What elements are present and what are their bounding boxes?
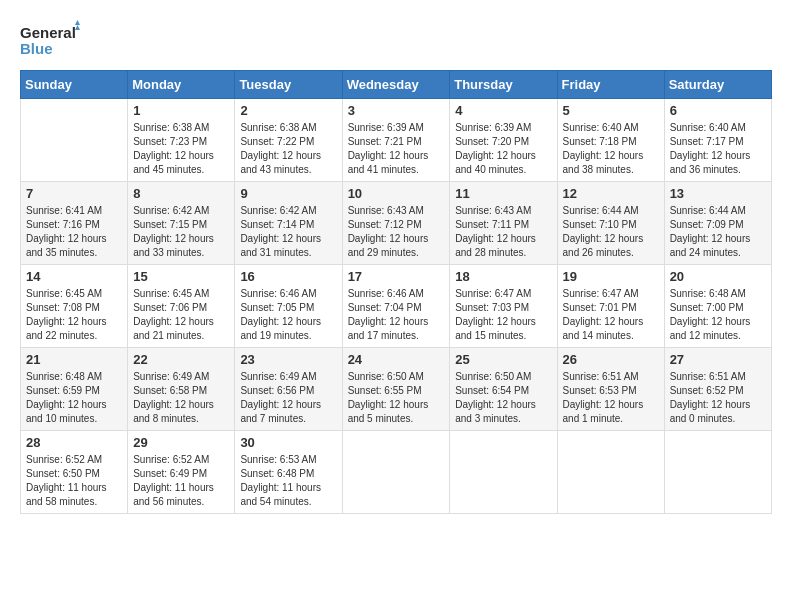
day-info: Sunrise: 6:42 AMSunset: 7:14 PMDaylight:… bbox=[240, 204, 336, 260]
day-number: 20 bbox=[670, 269, 766, 284]
day-info: Sunrise: 6:38 AMSunset: 7:23 PMDaylight:… bbox=[133, 121, 229, 177]
calendar-cell: 13 Sunrise: 6:44 AMSunset: 7:09 PMDaylig… bbox=[664, 182, 771, 265]
day-info: Sunrise: 6:49 AMSunset: 6:58 PMDaylight:… bbox=[133, 370, 229, 426]
calendar-cell bbox=[21, 99, 128, 182]
calendar-cell: 24 Sunrise: 6:50 AMSunset: 6:55 PMDaylig… bbox=[342, 348, 450, 431]
calendar-cell: 28 Sunrise: 6:52 AMSunset: 6:50 PMDaylig… bbox=[21, 431, 128, 514]
day-number: 13 bbox=[670, 186, 766, 201]
day-number: 25 bbox=[455, 352, 551, 367]
day-info: Sunrise: 6:50 AMSunset: 6:55 PMDaylight:… bbox=[348, 370, 445, 426]
column-header-sunday: Sunday bbox=[21, 71, 128, 99]
calendar-cell: 5 Sunrise: 6:40 AMSunset: 7:18 PMDayligh… bbox=[557, 99, 664, 182]
column-header-monday: Monday bbox=[128, 71, 235, 99]
calendar-cell: 29 Sunrise: 6:52 AMSunset: 6:49 PMDaylig… bbox=[128, 431, 235, 514]
day-info: Sunrise: 6:51 AMSunset: 6:52 PMDaylight:… bbox=[670, 370, 766, 426]
day-info: Sunrise: 6:48 AMSunset: 7:00 PMDaylight:… bbox=[670, 287, 766, 343]
calendar-week-3: 14 Sunrise: 6:45 AMSunset: 7:08 PMDaylig… bbox=[21, 265, 772, 348]
calendar-cell: 14 Sunrise: 6:45 AMSunset: 7:08 PMDaylig… bbox=[21, 265, 128, 348]
logo: General Blue bbox=[20, 20, 80, 60]
day-info: Sunrise: 6:51 AMSunset: 6:53 PMDaylight:… bbox=[563, 370, 659, 426]
day-info: Sunrise: 6:41 AMSunset: 7:16 PMDaylight:… bbox=[26, 204, 122, 260]
day-info: Sunrise: 6:50 AMSunset: 6:54 PMDaylight:… bbox=[455, 370, 551, 426]
column-header-thursday: Thursday bbox=[450, 71, 557, 99]
day-info: Sunrise: 6:39 AMSunset: 7:20 PMDaylight:… bbox=[455, 121, 551, 177]
day-info: Sunrise: 6:43 AMSunset: 7:11 PMDaylight:… bbox=[455, 204, 551, 260]
day-info: Sunrise: 6:47 AMSunset: 7:03 PMDaylight:… bbox=[455, 287, 551, 343]
day-number: 17 bbox=[348, 269, 445, 284]
day-number: 21 bbox=[26, 352, 122, 367]
calendar-cell bbox=[450, 431, 557, 514]
calendar-cell: 2 Sunrise: 6:38 AMSunset: 7:22 PMDayligh… bbox=[235, 99, 342, 182]
column-header-tuesday: Tuesday bbox=[235, 71, 342, 99]
calendar-cell: 6 Sunrise: 6:40 AMSunset: 7:17 PMDayligh… bbox=[664, 99, 771, 182]
calendar-cell: 23 Sunrise: 6:49 AMSunset: 6:56 PMDaylig… bbox=[235, 348, 342, 431]
day-info: Sunrise: 6:49 AMSunset: 6:56 PMDaylight:… bbox=[240, 370, 336, 426]
calendar-cell: 16 Sunrise: 6:46 AMSunset: 7:05 PMDaylig… bbox=[235, 265, 342, 348]
calendar-table: SundayMondayTuesdayWednesdayThursdayFrid… bbox=[20, 70, 772, 514]
day-number: 8 bbox=[133, 186, 229, 201]
calendar-week-5: 28 Sunrise: 6:52 AMSunset: 6:50 PMDaylig… bbox=[21, 431, 772, 514]
logo-svg: General Blue bbox=[20, 20, 80, 60]
day-number: 28 bbox=[26, 435, 122, 450]
calendar-cell: 21 Sunrise: 6:48 AMSunset: 6:59 PMDaylig… bbox=[21, 348, 128, 431]
calendar-cell: 18 Sunrise: 6:47 AMSunset: 7:03 PMDaylig… bbox=[450, 265, 557, 348]
day-number: 1 bbox=[133, 103, 229, 118]
day-info: Sunrise: 6:44 AMSunset: 7:09 PMDaylight:… bbox=[670, 204, 766, 260]
day-info: Sunrise: 6:52 AMSunset: 6:50 PMDaylight:… bbox=[26, 453, 122, 509]
calendar-cell: 11 Sunrise: 6:43 AMSunset: 7:11 PMDaylig… bbox=[450, 182, 557, 265]
calendar-cell bbox=[557, 431, 664, 514]
day-number: 19 bbox=[563, 269, 659, 284]
day-number: 27 bbox=[670, 352, 766, 367]
day-number: 23 bbox=[240, 352, 336, 367]
calendar-cell: 4 Sunrise: 6:39 AMSunset: 7:20 PMDayligh… bbox=[450, 99, 557, 182]
day-number: 15 bbox=[133, 269, 229, 284]
day-number: 4 bbox=[455, 103, 551, 118]
calendar-cell: 19 Sunrise: 6:47 AMSunset: 7:01 PMDaylig… bbox=[557, 265, 664, 348]
day-number: 6 bbox=[670, 103, 766, 118]
calendar-cell: 30 Sunrise: 6:53 AMSunset: 6:48 PMDaylig… bbox=[235, 431, 342, 514]
page-header: General Blue bbox=[20, 20, 772, 60]
calendar-cell: 12 Sunrise: 6:44 AMSunset: 7:10 PMDaylig… bbox=[557, 182, 664, 265]
svg-text:Blue: Blue bbox=[20, 40, 53, 57]
column-header-wednesday: Wednesday bbox=[342, 71, 450, 99]
calendar-cell: 8 Sunrise: 6:42 AMSunset: 7:15 PMDayligh… bbox=[128, 182, 235, 265]
day-number: 12 bbox=[563, 186, 659, 201]
day-info: Sunrise: 6:48 AMSunset: 6:59 PMDaylight:… bbox=[26, 370, 122, 426]
day-info: Sunrise: 6:46 AMSunset: 7:04 PMDaylight:… bbox=[348, 287, 445, 343]
svg-marker-2 bbox=[75, 20, 80, 25]
day-number: 10 bbox=[348, 186, 445, 201]
calendar-cell: 7 Sunrise: 6:41 AMSunset: 7:16 PMDayligh… bbox=[21, 182, 128, 265]
day-number: 2 bbox=[240, 103, 336, 118]
column-header-saturday: Saturday bbox=[664, 71, 771, 99]
day-number: 29 bbox=[133, 435, 229, 450]
day-info: Sunrise: 6:47 AMSunset: 7:01 PMDaylight:… bbox=[563, 287, 659, 343]
calendar-header-row: SundayMondayTuesdayWednesdayThursdayFrid… bbox=[21, 71, 772, 99]
day-number: 16 bbox=[240, 269, 336, 284]
calendar-cell: 22 Sunrise: 6:49 AMSunset: 6:58 PMDaylig… bbox=[128, 348, 235, 431]
day-info: Sunrise: 6:42 AMSunset: 7:15 PMDaylight:… bbox=[133, 204, 229, 260]
calendar-cell: 3 Sunrise: 6:39 AMSunset: 7:21 PMDayligh… bbox=[342, 99, 450, 182]
calendar-cell: 20 Sunrise: 6:48 AMSunset: 7:00 PMDaylig… bbox=[664, 265, 771, 348]
column-header-friday: Friday bbox=[557, 71, 664, 99]
day-number: 18 bbox=[455, 269, 551, 284]
calendar-cell: 10 Sunrise: 6:43 AMSunset: 7:12 PMDaylig… bbox=[342, 182, 450, 265]
calendar-week-2: 7 Sunrise: 6:41 AMSunset: 7:16 PMDayligh… bbox=[21, 182, 772, 265]
day-number: 9 bbox=[240, 186, 336, 201]
calendar-cell: 15 Sunrise: 6:45 AMSunset: 7:06 PMDaylig… bbox=[128, 265, 235, 348]
day-info: Sunrise: 6:46 AMSunset: 7:05 PMDaylight:… bbox=[240, 287, 336, 343]
calendar-cell bbox=[664, 431, 771, 514]
calendar-cell: 1 Sunrise: 6:38 AMSunset: 7:23 PMDayligh… bbox=[128, 99, 235, 182]
svg-text:General: General bbox=[20, 24, 76, 41]
day-number: 30 bbox=[240, 435, 336, 450]
calendar-cell bbox=[342, 431, 450, 514]
day-info: Sunrise: 6:43 AMSunset: 7:12 PMDaylight:… bbox=[348, 204, 445, 260]
day-info: Sunrise: 6:52 AMSunset: 6:49 PMDaylight:… bbox=[133, 453, 229, 509]
calendar-cell: 27 Sunrise: 6:51 AMSunset: 6:52 PMDaylig… bbox=[664, 348, 771, 431]
day-number: 22 bbox=[133, 352, 229, 367]
day-number: 3 bbox=[348, 103, 445, 118]
calendar-cell: 26 Sunrise: 6:51 AMSunset: 6:53 PMDaylig… bbox=[557, 348, 664, 431]
day-info: Sunrise: 6:39 AMSunset: 7:21 PMDaylight:… bbox=[348, 121, 445, 177]
day-number: 26 bbox=[563, 352, 659, 367]
day-info: Sunrise: 6:40 AMSunset: 7:18 PMDaylight:… bbox=[563, 121, 659, 177]
day-number: 5 bbox=[563, 103, 659, 118]
